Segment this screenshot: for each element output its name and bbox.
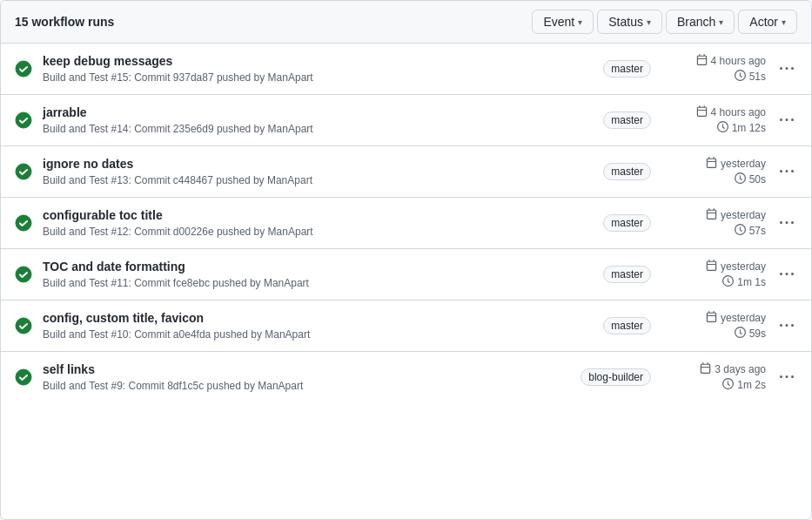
workflow-info: self links Build and Test #9: Commit 8df…	[43, 362, 570, 392]
more-options-button[interactable]	[776, 264, 797, 285]
date-text: 4 hours ago	[711, 106, 766, 118]
workflow-list: keep debug messages Build and Test #15: …	[1, 44, 811, 402]
branch-badge: master	[603, 214, 651, 232]
more-options-button[interactable]	[776, 213, 797, 233]
workflow-timing: 4 hours ago 1m 12s	[661, 105, 766, 135]
workflow-meta: Build and Test #11: Commit fce8ebc pushe…	[43, 277, 309, 289]
workflow-meta: Build and Test #9: Commit 8df1c5c pushed…	[43, 380, 303, 392]
branch-filter-button[interactable]: Branch ▾	[666, 10, 735, 34]
workflow-meta: Build and Test #12: Commit d00226e pushe…	[43, 226, 313, 238]
timing-duration: 51s	[735, 70, 766, 84]
svg-point-1	[16, 112, 31, 128]
duration-text: 1m 1s	[737, 276, 766, 288]
page-container: 15 workflow runs Event ▾ Status ▾ Branch…	[0, 0, 812, 520]
branch-badge: master	[603, 317, 651, 334]
timing-date: 4 hours ago	[696, 54, 766, 68]
workflow-meta: Build and Test #13: Commit c448467 pushe…	[43, 174, 312, 186]
workflow-meta: Build and Test #14: Commit 235e6d9 pushe…	[43, 123, 313, 135]
more-options-button[interactable]	[776, 161, 797, 182]
clock-icon	[735, 172, 746, 186]
timing-duration: 1m 1s	[722, 275, 766, 289]
chevron-down-icon: ▾	[782, 17, 786, 27]
clock-icon	[717, 121, 728, 135]
more-options-button[interactable]	[776, 315, 797, 336]
workflow-name: keep debug messages	[43, 54, 593, 68]
date-text: yesterday	[721, 312, 766, 324]
event-filter-button[interactable]: Event ▾	[532, 10, 594, 34]
date-text: 3 days ago	[715, 363, 766, 375]
branch-badge: blog-builder	[580, 368, 651, 386]
more-options-button[interactable]	[776, 367, 797, 388]
calendar-icon	[696, 54, 708, 68]
timing-duration: 57s	[735, 224, 766, 238]
workflow-name: jarrable	[43, 105, 593, 119]
svg-point-2	[16, 164, 31, 179]
status-icon	[15, 214, 32, 232]
calendar-icon	[700, 362, 711, 376]
status-icon	[15, 163, 32, 180]
calendar-icon	[706, 208, 717, 222]
chevron-down-icon: ▾	[647, 17, 651, 27]
duration-text: 59s	[749, 328, 766, 340]
svg-point-5	[16, 318, 31, 334]
workflow-info: TOC and date formatting Build and Test #…	[43, 260, 593, 289]
clock-icon	[735, 327, 746, 341]
clock-icon	[722, 378, 734, 392]
table-row: config, custom title, favicon Build and …	[1, 301, 811, 352]
calendar-icon	[706, 260, 717, 274]
workflow-timing: yesterday 59s	[661, 311, 766, 341]
date-text: yesterday	[721, 260, 766, 273]
table-row: configurable toc title Build and Test #1…	[1, 198, 811, 249]
filter-bar: Event ▾ Status ▾ Branch ▾ Actor ▾	[532, 10, 797, 34]
timing-date: 3 days ago	[700, 362, 766, 376]
more-options-button[interactable]	[776, 110, 797, 131]
table-row: TOC and date formatting Build and Test #…	[1, 249, 811, 301]
date-text: yesterday	[721, 158, 766, 170]
workflow-info: keep debug messages Build and Test #15: …	[43, 54, 593, 84]
duration-text: 57s	[749, 225, 766, 237]
chevron-down-icon: ▾	[719, 17, 723, 27]
workflow-info: jarrable Build and Test #14: Commit 235e…	[43, 105, 593, 135]
status-icon	[15, 317, 32, 334]
workflow-meta: Build and Test #15: Commit 937da87 pushe…	[43, 71, 313, 84]
clock-icon	[735, 70, 746, 84]
timing-date: yesterday	[706, 260, 766, 274]
branch-badge: master	[603, 163, 651, 180]
workflow-name: config, custom title, favicon	[43, 311, 593, 325]
workflow-info: config, custom title, favicon Build and …	[43, 311, 593, 341]
more-options-button[interactable]	[776, 58, 797, 79]
workflow-meta: Build and Test #10: Commit a0e4fda pushe…	[43, 328, 310, 341]
workflow-name: self links	[43, 362, 570, 376]
workflow-timing: 4 hours ago 51s	[661, 54, 766, 84]
clock-icon	[735, 224, 746, 238]
timing-date: 4 hours ago	[696, 105, 766, 119]
table-row: self links Build and Test #9: Commit 8df…	[1, 352, 811, 402]
workflow-timing: yesterday 50s	[661, 157, 766, 186]
table-row: ignore no dates Build and Test #13: Comm…	[1, 146, 811, 198]
status-icon	[15, 111, 32, 129]
duration-text: 1m 12s	[732, 122, 766, 134]
timing-date: yesterday	[706, 157, 766, 171]
timing-duration: 1m 2s	[722, 378, 766, 392]
page-title: 15 workflow runs	[15, 15, 114, 29]
svg-point-0	[16, 61, 31, 77]
workflow-info: configurable toc title Build and Test #1…	[43, 208, 593, 238]
status-filter-button[interactable]: Status ▾	[597, 10, 662, 34]
workflow-timing: 3 days ago 1m 2s	[661, 362, 766, 392]
branch-badge: master	[603, 60, 651, 78]
branch-badge: master	[603, 111, 651, 129]
timing-date: yesterday	[706, 208, 766, 222]
duration-text: 1m 2s	[737, 379, 766, 391]
date-text: 4 hours ago	[711, 55, 766, 67]
status-icon	[15, 266, 32, 283]
status-icon	[15, 368, 32, 386]
timing-date: yesterday	[706, 311, 766, 325]
svg-point-6	[16, 369, 31, 385]
header: 15 workflow runs Event ▾ Status ▾ Branch…	[1, 1, 811, 44]
calendar-icon	[706, 157, 717, 171]
svg-point-4	[16, 267, 31, 282]
actor-filter-button[interactable]: Actor ▾	[738, 10, 797, 34]
duration-text: 51s	[749, 71, 766, 83]
workflow-timing: yesterday 57s	[661, 208, 766, 238]
table-row: keep debug messages Build and Test #15: …	[1, 44, 811, 95]
